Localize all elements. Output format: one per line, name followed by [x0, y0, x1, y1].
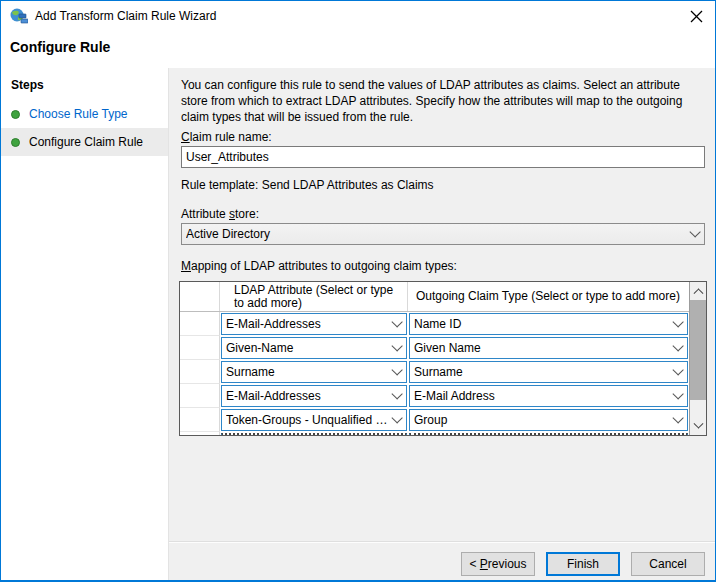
chevron-down-icon	[391, 340, 402, 351]
chevron-down-icon	[689, 226, 700, 237]
main-panel: You can configure this rule to send the …	[169, 68, 715, 581]
attribute-store-select[interactable]: Active Directory	[181, 223, 705, 245]
chevron-down-icon	[672, 412, 683, 423]
window-title: Add Transform Claim Rule Wizard	[35, 9, 216, 23]
ldap-attribute-select[interactable]: E-Mail-Addresses	[221, 385, 407, 407]
rule-template-text: Rule template: Send LDAP Attributes as C…	[181, 178, 434, 192]
wizard-dialog: Add Transform Claim Rule Wizard Configur…	[0, 0, 716, 582]
scrollbar-up-button[interactable]	[690, 282, 706, 299]
finish-button[interactable]: Finish	[546, 552, 620, 576]
attribute-store-value: Active Directory	[186, 227, 689, 241]
scrollbar-thumb[interactable]	[690, 300, 706, 400]
table-new-row-partial	[180, 432, 689, 435]
outgoing-claim-type-select[interactable]: E-Mail Address	[409, 385, 688, 407]
ldap-attribute-select[interactable]: E-Mail-Addresses	[221, 313, 407, 335]
chevron-down-icon	[391, 388, 402, 399]
chevron-down-icon	[672, 316, 683, 327]
close-button[interactable]	[677, 1, 715, 31]
outgoing-claim-type-select[interactable]: Name ID	[409, 313, 688, 335]
scrollbar-track[interactable]	[690, 401, 706, 418]
ldap-attribute-column-header[interactable]: LDAP Attribute (Select or type to add mo…	[220, 282, 408, 311]
outgoing-claim-type-select[interactable]: Group	[409, 409, 688, 431]
claim-rule-name-input[interactable]	[181, 146, 705, 168]
steps-heading: Steps	[1, 74, 168, 100]
chevron-down-icon	[391, 412, 402, 423]
rule-description: You can configure this rule to send the …	[181, 77, 707, 125]
table-row: E-Mail-Addresses E-Mail Address	[180, 384, 689, 408]
steps-sidebar: Steps Choose Rule Type Configure Claim R…	[1, 68, 169, 581]
chevron-down-icon	[391, 316, 402, 327]
table-row: E-Mail-Addresses Name ID	[180, 312, 689, 336]
claim-rule-name-label: Claim rule name:	[181, 130, 272, 144]
table-row: Token-Groups - Unqualified Names Group	[180, 408, 689, 432]
table-row: Given-Name Given Name	[180, 336, 689, 360]
step-bullet-icon	[11, 138, 20, 147]
mapping-rows: E-Mail-Addresses Name ID Given-Name Give…	[180, 312, 689, 432]
page-title: Configure Rule	[10, 39, 715, 55]
row-selector-cell[interactable]	[180, 360, 220, 384]
row-selector-cell[interactable]	[180, 312, 220, 336]
page-header: Configure Rule	[1, 31, 715, 68]
attribute-store-label: Attribute store:	[181, 207, 259, 221]
row-selector-cell[interactable]	[180, 408, 220, 432]
step-label: Configure Claim Rule	[29, 135, 143, 149]
outgoing-claim-type-select[interactable]: Surname	[409, 361, 688, 383]
ldap-attribute-select[interactable]: Surname	[221, 361, 407, 383]
step-bullet-icon	[11, 110, 20, 119]
table-header-row: LDAP Attribute (Select or type to add mo…	[180, 282, 689, 312]
chevron-down-icon	[672, 340, 683, 351]
title-bar: Add Transform Claim Rule Wizard	[1, 1, 715, 31]
scrollbar-down-button[interactable]	[690, 418, 706, 435]
previous-button[interactable]: < Previous	[461, 552, 535, 576]
mapping-table: LDAP Attribute (Select or type to add mo…	[179, 281, 707, 436]
chevron-down-icon	[672, 388, 683, 399]
new-row-ldap-cell[interactable]	[221, 433, 407, 435]
row-selector-cell[interactable]	[180, 384, 220, 408]
ldap-attribute-select[interactable]: Given-Name	[221, 337, 407, 359]
adfs-wizard-icon	[10, 8, 28, 24]
sidebar-item-configure-claim-rule[interactable]: Configure Claim Rule	[1, 128, 168, 156]
table-row: Surname Surname	[180, 360, 689, 384]
outgoing-claim-column-header[interactable]: Outgoing Claim Type (Select or type to a…	[408, 282, 689, 311]
cancel-button[interactable]: Cancel	[631, 552, 705, 576]
table-scrollbar[interactable]	[689, 282, 706, 435]
scroll-down-icon	[693, 419, 703, 429]
row-selector-header	[180, 282, 220, 311]
chevron-down-icon	[391, 364, 402, 375]
new-row-claim-cell[interactable]	[409, 433, 688, 435]
mapping-label: Mapping of LDAP attributes to outgoing c…	[181, 259, 457, 273]
footer-separator	[169, 541, 715, 543]
chevron-down-icon	[672, 364, 683, 375]
step-label: Choose Rule Type	[29, 107, 128, 121]
scroll-up-icon	[693, 288, 703, 298]
outgoing-claim-type-select[interactable]: Given Name	[409, 337, 688, 359]
close-icon	[690, 10, 703, 23]
row-selector-cell[interactable]	[180, 336, 220, 360]
ldap-attribute-select[interactable]: Token-Groups - Unqualified Names	[221, 409, 407, 431]
sidebar-item-choose-rule-type[interactable]: Choose Rule Type	[1, 100, 168, 128]
